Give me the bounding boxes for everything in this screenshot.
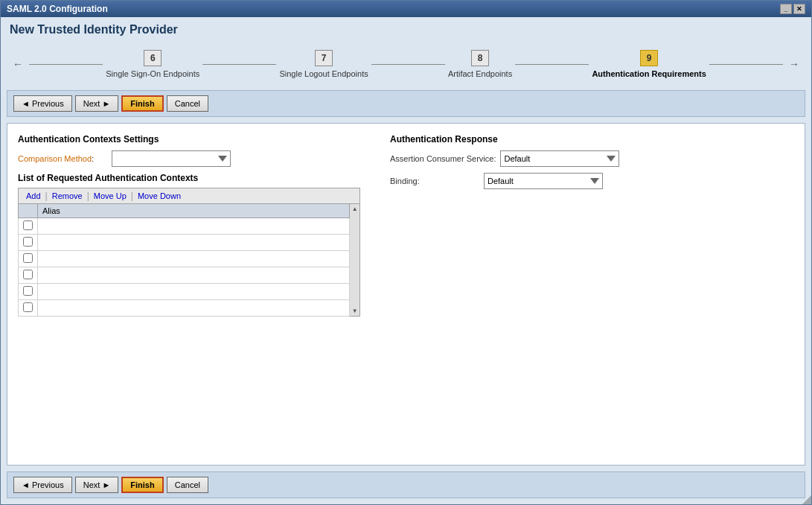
row-6-checkbox[interactable] <box>23 302 33 312</box>
alias-column-header: Alias <box>38 204 350 218</box>
comparison-method-label: Comparison Method: <box>18 154 107 163</box>
row-4-checkbox[interactable] <box>23 270 33 279</box>
row-3-checkbox[interactable] <box>23 253 33 263</box>
row-1-alias <box>38 218 350 235</box>
close-button[interactable]: ✕ <box>793 4 805 14</box>
wizard-line-2 <box>202 64 276 65</box>
step-label-7: Single Logout Endpoints <box>279 69 368 78</box>
content-area: Authentication Contexts Settings Compari… <box>7 123 805 466</box>
list-section-title: List of Requested Authentication Context… <box>18 173 360 183</box>
list-move-up-button[interactable]: Move Up <box>91 191 130 200</box>
row-6-checkbox-cell <box>19 300 38 317</box>
page-title: New Trusted Identity Provider <box>7 23 805 36</box>
wizard-line-4 <box>515 64 589 65</box>
resize-handle[interactable] <box>802 495 811 504</box>
row-2-checkbox[interactable] <box>23 237 33 247</box>
table-row <box>19 284 350 300</box>
row-2-alias <box>38 235 350 251</box>
comparison-method-row: Comparison Method: exact minimum maximum… <box>18 150 360 167</box>
bottom-cancel-button[interactable]: Cancel <box>167 477 208 493</box>
alias-table: Alias <box>18 203 350 317</box>
row-1-checkbox[interactable] <box>23 220 33 230</box>
comparison-method-select[interactable]: exact minimum maximum better <box>112 150 231 167</box>
minimize-button[interactable]: _ <box>780 4 792 14</box>
step-label-8: Artifact Endpoints <box>448 69 512 78</box>
auth-contexts-title: Authentication Contexts Settings <box>18 134 360 144</box>
wizard-left-arrow: ← <box>13 58 23 70</box>
bottom-previous-button[interactable]: ◄ Previous <box>13 477 72 493</box>
step-label-6: Single Sign-On Endpoints <box>106 69 199 78</box>
row-4-checkbox-cell <box>19 267 38 284</box>
scroll-up-arrow[interactable]: ▲ <box>352 206 358 212</box>
top-cancel-button[interactable]: Cancel <box>167 95 208 112</box>
step-number-9: 9 <box>640 50 658 66</box>
right-panel: Authentication Response Assertion Consum… <box>390 134 794 454</box>
binding-row: Binding: Default POST Redirect <box>390 173 794 189</box>
scroll-down-arrow[interactable]: ▼ <box>352 308 358 314</box>
row-3-alias <box>38 251 350 267</box>
top-finish-button[interactable]: Finish <box>121 95 163 112</box>
table-header-checkbox <box>19 204 38 218</box>
wizard-step-8[interactable]: 8 Artifact Endpoints <box>448 50 512 78</box>
bottom-toolbar: ◄ Previous Next ► Finish Cancel <box>7 471 805 498</box>
table-row <box>19 300 350 317</box>
wizard-line-1 <box>29 64 103 65</box>
wizard-steps: ← 6 Single Sign-On Endpoints 7 Single Lo… <box>7 44 805 84</box>
main-content: New Trusted Identity Provider ← 6 Single… <box>1 17 811 504</box>
table-scrollbar[interactable]: ▲ ▼ <box>350 203 360 317</box>
assertion-consumer-service-row: Assertion Consumer Service: Default POST… <box>390 150 794 167</box>
row-2-checkbox-cell <box>19 235 38 251</box>
left-panel: Authentication Contexts Settings Compari… <box>18 134 360 454</box>
row-1-checkbox-cell <box>19 218 38 235</box>
wizard-step-9[interactable]: 9 Authentication Requirements <box>592 50 706 78</box>
main-window: SAML 2.0 Configuration _ ✕ New Trusted I… <box>0 0 812 505</box>
bottom-finish-button[interactable]: Finish <box>121 477 163 493</box>
list-remove-button[interactable]: Remove <box>49 191 86 200</box>
table-row <box>19 267 350 284</box>
top-next-button[interactable]: Next ► <box>75 95 119 112</box>
separator-1: | <box>45 191 48 201</box>
list-add-button[interactable]: Add <box>23 191 44 200</box>
title-bar-buttons: _ ✕ <box>780 4 805 14</box>
separator-3: | <box>131 191 133 201</box>
row-5-checkbox-cell <box>19 284 38 300</box>
wizard-step-6[interactable]: 6 Single Sign-On Endpoints <box>106 50 199 78</box>
row-4-alias <box>38 267 350 284</box>
wizard-right-arrow: → <box>789 58 799 70</box>
alias-table-container: Alias <box>18 203 360 317</box>
table-row <box>19 218 350 235</box>
top-previous-button[interactable]: ◄ Previous <box>13 95 72 112</box>
wizard-line-5 <box>709 64 783 65</box>
row-5-checkbox[interactable] <box>23 286 33 296</box>
wizard-step-7[interactable]: 7 Single Logout Endpoints <box>279 50 368 78</box>
comparison-method-label-text: Comparison Method <box>18 154 92 163</box>
binding-select[interactable]: Default POST Redirect <box>484 173 603 189</box>
auth-response-title: Authentication Response <box>390 134 794 144</box>
assertion-consumer-service-label: Assertion Consumer Service: <box>390 154 496 163</box>
row-5-alias <box>38 284 350 300</box>
binding-label: Binding: <box>390 177 479 185</box>
table-row <box>19 251 350 267</box>
top-toolbar: ◄ Previous Next ► Finish Cancel <box>7 90 805 117</box>
step-number-6: 6 <box>144 50 162 66</box>
row-3-checkbox-cell <box>19 251 38 267</box>
row-6-alias <box>38 300 350 317</box>
wizard-line-3 <box>371 64 445 65</box>
step-number-8: 8 <box>471 50 489 66</box>
title-bar: SAML 2.0 Configuration _ ✕ <box>1 1 811 17</box>
step-label-9: Authentication Requirements <box>592 69 706 78</box>
table-row <box>19 235 350 251</box>
window-title: SAML 2.0 Configuration <box>7 4 108 14</box>
list-action-toolbar: Add | Remove | Move Up | Move Down <box>18 188 360 203</box>
assertion-consumer-service-select[interactable]: Default POST Artifact <box>500 150 619 167</box>
list-move-down-button[interactable]: Move Down <box>135 191 184 200</box>
bottom-next-button[interactable]: Next ► <box>75 477 119 493</box>
step-number-7: 7 <box>315 50 333 66</box>
separator-2: | <box>87 191 89 201</box>
